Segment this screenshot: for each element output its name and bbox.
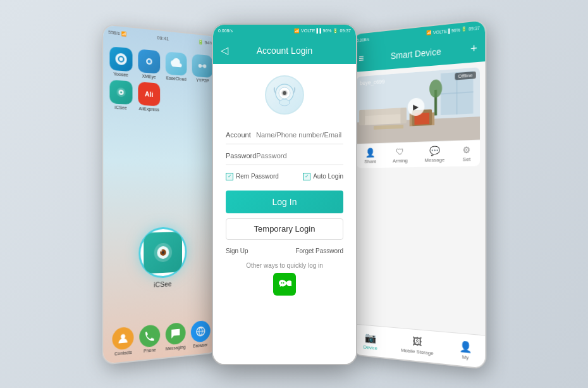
wechat-button[interactable]: [273, 273, 296, 296]
nav-my[interactable]: 👤 My: [459, 339, 472, 360]
account-row: Account: [226, 126, 343, 144]
eseecloud-label: EseeCloud: [166, 75, 187, 81]
eseecloud-app[interactable]: EseeCloud: [164, 51, 188, 82]
browser-dock-item[interactable]: Browser: [191, 320, 211, 348]
storage-nav-icon: 🖼: [412, 335, 422, 347]
right-speed: 0.008/s: [357, 37, 369, 42]
svg-point-12: [121, 334, 125, 339]
icsee-spotlight-label: iCSee: [154, 280, 172, 289]
main-scene: 55B/s 📶 09:41 🔋 94% Yoosee XMEye: [0, 0, 588, 388]
aliexpress-app[interactable]: Ali AliExpress: [137, 82, 161, 112]
play-button[interactable]: ▶: [407, 97, 424, 116]
middle-network: VOLTE: [301, 28, 315, 33]
middle-status-icons: 📶 VOLTE ▌▌96% 🔋 09:37: [294, 28, 351, 34]
icsee-circle: [138, 227, 187, 279]
back-button[interactable]: ◁: [221, 44, 228, 56]
home-screen: 55B/s 📶 09:41 🔋 94% Yoosee XMEye: [103, 25, 218, 364]
contacts-dock-item[interactable]: Contacts: [113, 326, 134, 356]
logo-circle: [265, 75, 304, 115]
right-network: VOLTE: [433, 28, 447, 34]
social-icons: [226, 273, 343, 296]
yoosee-app[interactable]: Yoosee: [108, 46, 133, 77]
icsee-main-icon: [144, 232, 182, 273]
phone-middle: 0.008/s 📶 VOLTE ▌▌96% 🔋 09:37 ◁ Account …: [212, 23, 357, 365]
contacts-dock-label: Contacts: [114, 349, 132, 356]
password-input[interactable]: [256, 152, 343, 160]
remember-label: Rem Password: [236, 173, 279, 180]
forgot-password-link[interactable]: Forget Password: [295, 247, 343, 254]
right-time: 09:37: [469, 25, 480, 30]
remember-box[interactable]: ✓: [226, 173, 233, 180]
nav-storage[interactable]: 🖼 Mobile Storage: [401, 334, 433, 356]
browser-dock-label: Browser: [193, 342, 207, 348]
yyp2p-app[interactable]: YYP2P: [192, 54, 214, 84]
device-title: Smart Device: [391, 46, 441, 61]
checkbox-row: ✓ Rem Password ✓ Auto Login: [226, 168, 343, 185]
logo-svg: [269, 79, 300, 111]
password-label: Password: [226, 152, 256, 160]
settings-icon: ⚙: [462, 144, 470, 155]
arming-action[interactable]: 🛡 Arming: [393, 146, 408, 163]
login-links: Sign Up Forget Password: [226, 245, 343, 257]
right-status-icons: 📶 VOLTE ▌96% 🔋 09:37: [426, 25, 480, 35]
arming-label: Arming: [393, 158, 408, 163]
other-login-label: Other ways to quickly log in: [226, 262, 343, 269]
svg-point-3: [203, 64, 206, 68]
signup-link[interactable]: Sign Up: [226, 247, 248, 254]
hamburger-icon[interactable]: ≡: [358, 53, 364, 64]
login-title: Account Login: [257, 46, 313, 56]
login-button[interactable]: Log In: [226, 191, 343, 213]
login-screen: 0.008/s 📶 VOLTE ▌▌96% 🔋 09:37 ◁ Account …: [213, 25, 356, 364]
xmeye-label: XMEye: [142, 73, 156, 79]
svg-point-17: [283, 91, 286, 95]
svg-point-2: [199, 63, 202, 67]
xmeye-icon: [138, 49, 160, 73]
phone-dock-label: Phone: [144, 347, 156, 353]
xmeye-app[interactable]: XMEye: [137, 49, 161, 80]
messaging-dock-icon: [166, 322, 186, 346]
middle-signal: ▌▌96%: [317, 28, 332, 33]
autologin-box[interactable]: ✓: [303, 173, 310, 180]
yyp2p-icon: [192, 54, 213, 78]
remember-checkbox[interactable]: ✓ Rem Password: [226, 173, 279, 180]
share-icon: 👤: [365, 147, 375, 157]
autologin-label: Auto Login: [313, 173, 343, 180]
left-status-time: 09:41: [157, 34, 169, 41]
my-nav-icon: 👤: [459, 339, 472, 353]
icsee-spotlight[interactable]: iCSee: [138, 227, 187, 289]
share-action[interactable]: 👤 Share: [364, 147, 376, 164]
account-label: Account: [226, 131, 256, 139]
messaging-dock-item[interactable]: Messaging: [166, 322, 186, 351]
left-status-info: 55B/s 📶: [108, 30, 126, 37]
login-form: Account Password ✓ Rem Password ✓ Auto L…: [213, 121, 356, 364]
my-nav-label: My: [462, 353, 469, 360]
middle-time: 09:37: [340, 28, 351, 33]
message-action[interactable]: 💬 Message: [425, 145, 445, 163]
aliexpress-label: AliExpress: [139, 106, 159, 111]
device-card: beye_c699 Offline: [357, 67, 480, 168]
middle-status-bar: 0.008/s 📶 VOLTE ▌▌96% 🔋 09:37: [213, 25, 356, 37]
temp-login-button[interactable]: Temporary Login: [226, 218, 343, 240]
eseecloud-icon: [166, 51, 187, 76]
login-header: ◁ Account Login: [213, 37, 356, 64]
phone-dock-icon: [139, 324, 160, 347]
device-nav-label: Device: [364, 344, 377, 351]
phone-left: 55B/s 📶 09:41 🔋 94% Yoosee XMEye: [102, 23, 219, 365]
add-device-button[interactable]: +: [470, 41, 477, 56]
right-battery-icon: 🔋: [462, 26, 467, 32]
password-row: Password: [226, 147, 343, 165]
svg-point-20: [283, 282, 285, 284]
settings-label: Set: [463, 156, 470, 162]
account-input[interactable]: [256, 131, 343, 139]
settings-action[interactable]: ⚙ Set: [462, 144, 470, 162]
wechat-icon-svg: [278, 277, 291, 291]
browser-dock-icon: [191, 320, 211, 342]
message-label: Message: [425, 156, 445, 163]
device-screen: 0.008/s 📶 VOLTE ▌96% 🔋 09:37 ≡ Smart Dev…: [352, 20, 486, 368]
arming-icon: 🛡: [396, 146, 404, 156]
nav-device[interactable]: 📷 Device: [364, 330, 377, 350]
autologin-checkbox[interactable]: ✓ Auto Login: [303, 173, 343, 180]
phone-dock-item[interactable]: Phone: [139, 324, 160, 353]
right-wifi-icon: 📶: [426, 30, 432, 35]
icsee-small-app[interactable]: iCSee: [108, 79, 133, 110]
